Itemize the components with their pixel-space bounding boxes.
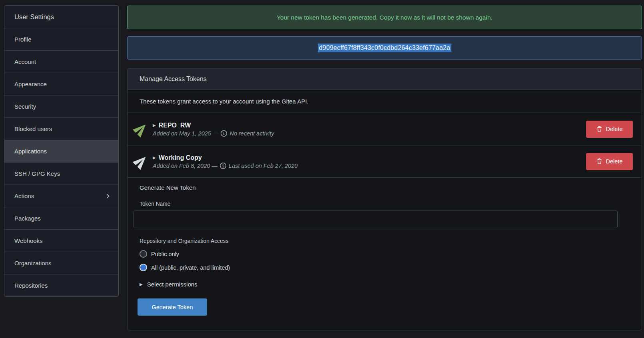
- manage-tokens-panel: Manage Access Tokens These tokens grant …: [127, 68, 642, 330]
- generate-token-section: Generate New Token Token Name Repository…: [128, 178, 642, 316]
- flash-success-banner: Your new token has been generated. Copy …: [127, 6, 642, 29]
- token-name-input[interactable]: [134, 211, 618, 228]
- panel-header: Manage Access Tokens: [128, 68, 642, 90]
- sidebar-item-ssh-gpg-keys[interactable]: SSH / GPG Keys: [4, 162, 118, 185]
- token-name-label: Token Name: [134, 201, 618, 207]
- sidebar-title-label: User Settings: [14, 13, 54, 21]
- repo-org-access-label: Repository and Organization Access: [134, 238, 618, 244]
- sidebar-item-appearance[interactable]: Appearance: [4, 73, 118, 95]
- paper-plane-icon: [130, 119, 151, 139]
- panel-title: Manage Access Tokens: [140, 76, 207, 83]
- radio-all-access[interactable]: All (public, private, and limited): [134, 264, 618, 271]
- radio-circle-icon[interactable]: [140, 264, 147, 271]
- token-row: ▶ Working Copy Added on Feb 8, 2020 — La…: [128, 145, 642, 178]
- info-icon[interactable]: [220, 163, 226, 169]
- expand-arrow-icon: ▶: [153, 123, 156, 127]
- sidebar-item-account[interactable]: Account: [4, 50, 118, 73]
- generate-section-title: Generate New Token: [134, 184, 618, 191]
- sidebar-title: User Settings: [4, 6, 118, 28]
- main-content: Your new token has been generated. Copy …: [127, 6, 642, 330]
- token-meta: Added on May 1, 2025 — No recent activit…: [153, 130, 274, 137]
- sidebar-item-organizations[interactable]: Organizations: [4, 252, 118, 274]
- sidebar-item-webhooks[interactable]: Webhooks: [4, 229, 118, 252]
- new-token-value: d909ecff67f8ff343c0f0cdbd264c33ef677aa2a: [318, 44, 452, 52]
- sidebar-item-profile[interactable]: Profile: [4, 28, 118, 50]
- select-permissions-toggle[interactable]: ▶ Select permissions: [134, 281, 618, 288]
- token-name: REPO_RW: [159, 122, 191, 129]
- chevron-right-icon: [105, 193, 111, 199]
- sidebar-item-security[interactable]: Security: [4, 95, 118, 117]
- token-scope-toggle[interactable]: ▶ Working Copy: [153, 154, 298, 161]
- paper-plane-icon: [130, 151, 151, 172]
- settings-sidebar: User Settings Profile Account Appearance…: [4, 5, 119, 297]
- trash-icon: [596, 126, 602, 132]
- radio-public-only[interactable]: Public only: [134, 250, 618, 258]
- settings-page: User Settings Profile Account Appearance…: [0, 0, 644, 338]
- sidebar-item-applications[interactable]: Applications: [4, 140, 118, 162]
- sidebar-item-packages[interactable]: Packages: [4, 207, 118, 229]
- expand-arrow-icon: ▶: [140, 282, 143, 286]
- sidebar-item-actions[interactable]: Actions: [4, 185, 118, 207]
- panel-description: These tokens grant access to your accoun…: [128, 90, 642, 113]
- expand-arrow-icon: ▶: [153, 155, 156, 160]
- token-row: ▶ REPO_RW Added on May 1, 2025 — No rece…: [128, 113, 642, 145]
- new-token-box: d909ecff67f8ff343c0f0cdbd264c33ef677aa2a: [127, 36, 642, 60]
- flash-message: Your new token has been generated. Copy …: [277, 14, 492, 21]
- delete-token-button[interactable]: Delete: [586, 153, 633, 170]
- info-icon[interactable]: [221, 130, 227, 137]
- token-scope-toggle[interactable]: ▶ REPO_RW: [153, 122, 274, 129]
- sidebar-item-blocked-users[interactable]: Blocked users: [4, 117, 118, 140]
- trash-icon: [596, 158, 602, 165]
- token-name: Working Copy: [159, 154, 202, 161]
- delete-token-button[interactable]: Delete: [586, 121, 633, 138]
- sidebar-item-repositories[interactable]: Repositories: [4, 274, 118, 296]
- generate-token-button[interactable]: Generate Token: [138, 298, 207, 316]
- radio-circle-icon[interactable]: [140, 250, 147, 258]
- token-meta: Added on Feb 8, 2020 — Last used on Feb …: [153, 163, 298, 169]
